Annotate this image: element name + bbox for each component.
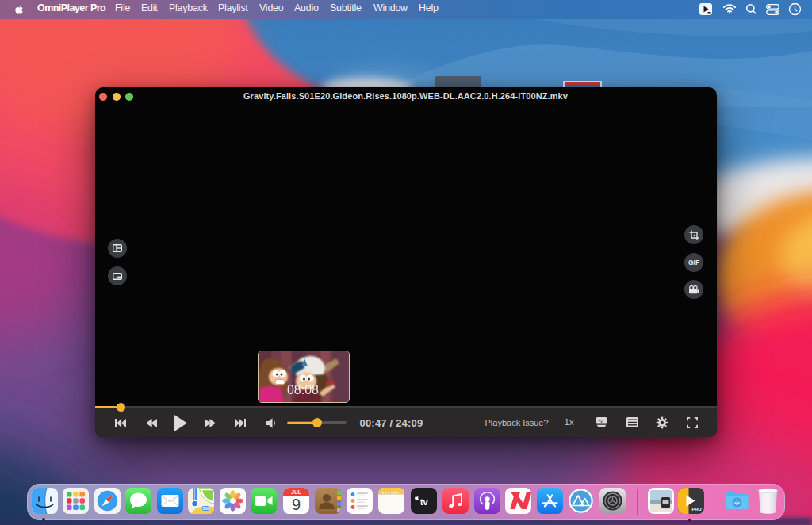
svg-text:9: 9 <box>292 496 301 513</box>
svg-text:280: 280 <box>203 507 209 511</box>
svg-text:08:08: 08:08 <box>287 382 319 396</box>
svg-text:PRO: PRO <box>691 507 702 512</box>
svg-text:JUL: JUL <box>291 489 301 495</box>
svg-text:tv: tv <box>419 497 428 507</box>
